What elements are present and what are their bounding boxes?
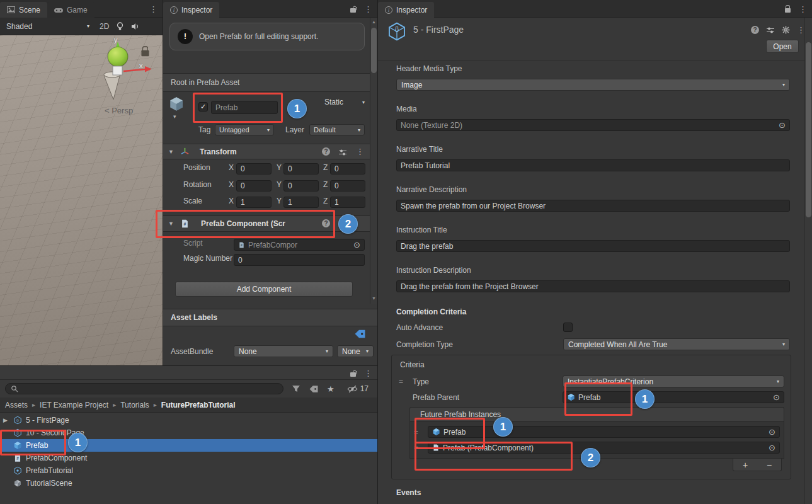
gameobject-cube-icon[interactable] [168,96,185,112]
instance-object-field[interactable]: Prefab ⊙ [428,426,780,438]
foldout-icon[interactable]: ▼ [168,149,174,155]
position-z-field[interactable]: 0 [330,163,365,175]
scale-y-field[interactable]: 1 [283,197,319,208]
search-field[interactable] [5,383,283,394]
add-item-button[interactable]: + [733,459,757,471]
scrollbar-thumb[interactable] [806,42,811,217]
favorites-star-icon[interactable]: ★ [327,384,335,394]
breadcrumb-futureprefabtutorial[interactable]: FuturePrefabTutorial [161,401,236,410]
help-icon[interactable]: ? [322,147,330,156]
drag-handle-icon[interactable]: = [414,444,423,452]
tab-scene[interactable]: Scene [0,2,47,18]
gameobject-name-field[interactable]: Prefab [211,101,278,114]
search-input[interactable] [22,385,278,392]
object-picker-icon[interactable]: ⊙ [765,444,775,452]
list-item-secondpage[interactable]: {} 10 - SecondPage [0,427,377,439]
move-gizmo-center[interactable] [113,66,122,75]
add-component-button[interactable]: Add Component [175,282,353,297]
unlock-icon[interactable] [350,8,356,13]
kebab-menu-icon[interactable]: ⋮ [356,147,364,156]
layer-dropdown[interactable]: Default ▾ [309,124,365,135]
breadcrumb-iet-example-project[interactable]: IET Example Project [40,401,108,410]
kebab-menu-icon[interactable]: ⋮ [364,369,372,378]
search-by-label-icon[interactable] [309,385,319,393]
shading-mode-dropdown[interactable]: Shaded ▾ [4,20,92,33]
auto-advance-checkbox[interactable] [563,323,573,332]
completion-type-dropdown[interactable]: Completed When All Are True ▾ [563,338,790,350]
list-item-firstpage[interactable]: ▶ {} 5 - FirstPage [0,414,377,427]
static-dropdown[interactable]: Static ▾ [324,98,365,106]
narrative-title-field[interactable]: Prefab Tutorial [396,159,790,171]
list-item-prefabcomponent[interactable]: # PrefabComponent [0,452,377,464]
audio-toggle-icon[interactable] [131,23,139,30]
unlock-icon[interactable] [350,372,356,377]
label-tag-icon[interactable] [354,329,366,339]
rotation-z-field[interactable]: 0 [330,180,365,192]
2d-toggle-button[interactable]: 2D [100,22,109,31]
position-x-field[interactable]: 0 [236,163,272,175]
scrollbar-thumb[interactable] [371,28,377,73]
presets-icon[interactable] [766,26,775,34]
object-picker-icon[interactable]: ⊙ [769,393,780,401]
media-object-field[interactable]: None (Texture 2D) ⊙ [396,119,790,131]
list-item-prefab[interactable]: = Prefab ⊙ [413,424,781,440]
help-icon[interactable]: ? [751,26,759,34]
criterion-type-dropdown[interactable]: InstantiatePrefabCriterion ▾ [563,375,784,387]
project-list: ▶ {} 5 - FirstPage {} 10 - SecondPage Pr… [0,413,377,490]
persp-label[interactable]: < Persp [105,106,133,115]
tab-inspector[interactable]: i Inspector [163,2,219,18]
scale-z-field[interactable]: 1 [330,197,365,208]
open-button[interactable]: Open [766,40,799,53]
inspector-panel-firstpage: i Inspector ⋮ {} 5 - FirstPage ? ⋮ [377,0,812,504]
move-gizmo-x-axis[interactable] [123,69,145,71]
help-icon[interactable]: ? [322,219,330,227]
drag-handle-icon[interactable]: = [414,428,423,437]
instance-object-field[interactable]: # Prefab (PrefabComponent) ⊙ [428,442,780,454]
rotation-x-field[interactable]: 0 [236,180,272,192]
asset-labels-header[interactable]: Asset Labels [163,309,378,326]
rotation-y-field[interactable]: 0 [283,180,319,192]
lighting-toggle-icon[interactable] [117,22,123,31]
object-picker-icon[interactable]: ⊙ [350,241,360,249]
icon-picker-chevron-icon[interactable]: ▾ [173,113,176,120]
capsule-object[interactable] [108,47,128,67]
move-gizmo-x-arrow[interactable] [145,66,152,72]
foldout-icon[interactable]: ▶ [3,417,9,423]
narrative-description-field[interactable]: Spawn the prefab from our Project Browse… [396,200,790,212]
header-media-type-dropdown[interactable]: Image ▾ [396,79,790,91]
scale-x-field[interactable]: 1 [236,197,272,208]
assetbundle-variant-dropdown[interactable]: None ▾ [337,345,374,357]
drag-handle-icon[interactable]: = [399,377,413,386]
breadcrumb-assets[interactable]: Assets [5,401,28,410]
magic-number-field[interactable]: 0 [234,254,365,266]
list-item-prefab[interactable]: Prefab [0,439,377,452]
breadcrumb-tutorials[interactable]: Tutorials [120,401,149,410]
tab-game[interactable]: Game [47,2,94,18]
object-picker-icon[interactable]: ⊙ [775,121,786,129]
remove-item-button[interactable]: − [757,459,781,471]
position-y-field[interactable]: 0 [283,163,319,175]
list-item-tutorialscene[interactable]: TutorialScene [0,477,377,490]
kebab-menu-icon[interactable]: ⋮ [799,4,807,14]
scene-tab-icon [7,6,15,13]
prefab-parent-object-field[interactable]: Prefab ⊙ [563,391,784,403]
scene-viewport[interactable]: y x < Persp [0,35,163,365]
active-checkbox[interactable]: ✓ [198,102,208,112]
gear-icon[interactable] [782,26,790,34]
tab-inspector[interactable]: i Inspector [378,2,434,18]
list-item-prefabtutorial[interactable]: PrefabTutorial [0,464,377,477]
search-by-type-icon[interactable] [292,385,300,392]
instruction-description-field[interactable]: Drag the prefab from the Project Browser [396,280,790,292]
assetbundle-dropdown[interactable]: None ▾ [234,345,333,357]
kebab-menu-icon[interactable]: ⋮ [149,4,157,14]
kebab-menu-icon[interactable]: ⋮ [364,4,372,14]
annotation-badge-1: 1 [493,417,513,437]
hidden-count-group[interactable]: 17 [347,384,372,393]
foldout-icon[interactable]: ▼ [168,220,174,227]
x-axis-field-label: X [229,163,234,172]
instruction-title-field[interactable]: Drag the prefab [396,240,790,252]
tag-dropdown[interactable]: Untagged ▾ [215,124,274,135]
lock-icon[interactable] [785,8,791,13]
presets-icon[interactable] [338,149,347,156]
object-picker-icon[interactable]: ⊙ [765,428,775,436]
